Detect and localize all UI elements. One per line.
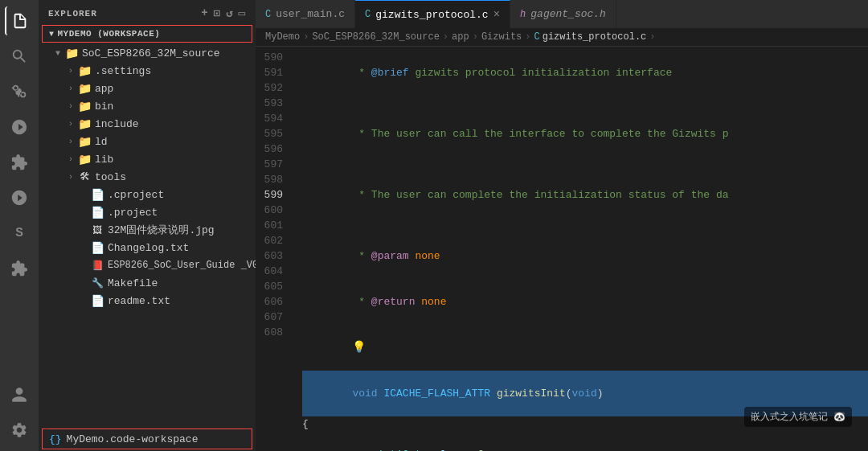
extensions-icon[interactable] <box>5 148 34 177</box>
code-line-590: * @brief gizwits protocol initialization… <box>302 50 868 96</box>
tree-item-readme[interactable]: 📄 readme.txt <box>39 292 256 310</box>
tree-item-app[interactable]: › 📁 app <box>39 80 256 97</box>
lightbulb-icon: 💡 <box>352 341 366 354</box>
tree-item-bin[interactable]: › 📁 bin <box>39 97 256 115</box>
breadcrumb-file[interactable]: Cgizwits_protocol.c <box>534 31 647 43</box>
app-folder-label: app <box>95 83 113 95</box>
line-num-595: 595 <box>256 126 283 141</box>
tree-item-lib[interactable]: › 📁 lib <box>39 150 256 168</box>
code-line-593 <box>302 157 868 172</box>
tree-item-tools[interactable]: › 🛠 tools <box>39 168 256 186</box>
code-editor: 590 591 592 593 594 595 596 597 598 599 … <box>256 47 868 451</box>
breadcrumb-app[interactable]: app <box>452 31 469 43</box>
collapse-icon[interactable]: ▭ <box>239 6 246 20</box>
sidebar-title-icons: + ⊡ ↺ ▭ <box>201 6 246 20</box>
activity-bar-bottom <box>5 380 34 451</box>
sidebar-title-label: EXPLORER <box>48 9 97 18</box>
ld-folder-icon: 📁 <box>77 135 92 149</box>
breadcrumb: MyDemo › SoC_ESP8266_32M_source › app › … <box>256 28 868 47</box>
makefile-file-label: Makefile <box>108 277 158 289</box>
line-numbers: 590 591 592 593 594 595 596 597 598 599 … <box>256 47 296 451</box>
plugin-icon[interactable] <box>5 254 34 283</box>
tree-item-include[interactable]: › 📁 include <box>39 115 256 133</box>
code-line-596: * @param none <box>302 233 868 279</box>
breadcrumb-sep5: › <box>649 31 655 43</box>
lib-folder-icon: 📁 <box>77 153 92 166</box>
workspace-file-label: MyDemo.code-workspace <box>67 433 199 445</box>
settings-folder-icon: 📁 <box>77 64 92 78</box>
cproject-file-icon: 📄 <box>90 188 104 202</box>
changelog-file-label: Changelog.txt <box>108 242 189 254</box>
line-num-604: 604 <box>256 264 283 279</box>
chevron-down-icon: ▼ <box>51 49 64 58</box>
tree-item-cproject[interactable]: 📄 .cproject <box>39 186 256 203</box>
jpg-file-label: 32M固件烧录说明.jpg <box>108 223 215 237</box>
breadcrumb-gizwits[interactable]: Gizwits <box>481 31 522 43</box>
tab-gizwits-protocol[interactable]: C gizwits_protocol.c × <box>355 0 510 28</box>
project-file-icon: 📄 <box>90 206 104 219</box>
breadcrumb-sep3: › <box>473 31 478 43</box>
tab-gizwits-label: gizwits_protocol.c <box>375 9 488 21</box>
source-control-icon[interactable] <box>5 77 34 106</box>
chevron-right-icon: › <box>64 155 77 164</box>
tab-bar: C user_main.c C gizwits_protocol.c × h g… <box>256 0 868 28</box>
chevron-right-icon: › <box>64 120 77 129</box>
breadcrumb-soc[interactable]: SoC_ESP8266_32M_source <box>312 31 439 43</box>
breadcrumb-sep2: › <box>443 31 448 43</box>
sidebar-header: EXPLORER + ⊡ ↺ ▭ <box>39 0 256 23</box>
workspace-header[interactable]: ▼ MYDEMO (WORKSPACE) <box>42 25 252 43</box>
file-tree: ▼ 📁 SoC_ESP8266_32M_source › 📁 .settings… <box>39 44 256 427</box>
search-icon[interactable] <box>5 42 34 71</box>
tab-user-main[interactable]: C user_main.c <box>256 0 355 28</box>
code-line-597: * @return none <box>302 279 868 325</box>
chevron-right-icon: › <box>64 137 77 146</box>
settings-folder-label: .settings <box>95 65 151 77</box>
code-line-598: 💡 <box>302 325 868 371</box>
tab-gagent-label: gagent_soc.h <box>530 8 606 20</box>
tree-item-ld[interactable]: › 📁 ld <box>39 133 256 150</box>
tree-item-settings[interactable]: › 📁 .settings <box>39 62 256 80</box>
changelog-file-icon: 📄 <box>90 241 104 255</box>
workspace-file-item[interactable]: {} MyDemo.code-workspace <box>42 428 252 449</box>
new-file-icon[interactable]: + <box>201 6 208 20</box>
new-folder-icon[interactable]: ⊡ <box>214 6 221 20</box>
c-file-icon: C <box>265 9 271 20</box>
app-folder-icon: 📁 <box>77 82 92 96</box>
breadcrumb-mydemo[interactable]: MyDemo <box>265 31 300 43</box>
tree-item-jpg[interactable]: 🖼 32M固件烧录说明.jpg <box>39 221 256 239</box>
code-content[interactable]: * @brief gizwits protocol initialization… <box>296 47 868 451</box>
code-line-600: { <box>302 416 868 432</box>
files-icon[interactable] <box>5 6 34 35</box>
line-num-601: 601 <box>256 218 283 233</box>
tree-item-changelog[interactable]: 📄 Changelog.txt <box>39 239 256 256</box>
workspace-file-icon: {} <box>49 433 62 445</box>
accounts-icon[interactable] <box>5 380 34 409</box>
tree-item-soc[interactable]: ▼ 📁 SoC_ESP8266_32M_source <box>39 44 256 62</box>
breadcrumb-sep4: › <box>525 31 530 43</box>
settings-icon[interactable] <box>5 416 34 445</box>
line-num-607: 607 <box>256 310 283 325</box>
tree-item-makefile[interactable]: 🔧 Makefile <box>39 274 256 292</box>
code-line-595 <box>302 218 868 233</box>
lib-folder-label: lib <box>95 154 113 166</box>
tools-folder-icon: 🛠 <box>77 171 92 183</box>
close-tab-icon[interactable]: × <box>493 8 500 21</box>
include-folder-icon: 📁 <box>77 117 92 131</box>
code-line-591 <box>302 96 868 111</box>
tree-item-project[interactable]: 📄 .project <box>39 203 256 221</box>
chat-icon[interactable]: S <box>5 219 34 248</box>
readme-file-icon: 📄 <box>90 294 104 308</box>
remote-icon[interactable] <box>5 183 34 212</box>
chevron-right-icon: › <box>64 173 77 182</box>
chevron-right-icon: › <box>64 102 77 111</box>
line-num-591: 591 <box>256 65 283 80</box>
project-file-label: .project <box>108 207 158 219</box>
tools-folder-label: tools <box>95 171 126 183</box>
tree-item-pdf[interactable]: 📕 ESP8266_SoC_User_Guide _V0.5.pdf <box>39 256 256 274</box>
line-num-594: 594 <box>256 111 283 126</box>
debug-icon[interactable] <box>5 113 34 141</box>
workspace-chevron: ▼ <box>49 30 55 39</box>
tab-gagent-soc[interactable]: h gagent_soc.h <box>510 0 616 28</box>
pdf-file-label: ESP8266_SoC_User_Guide _V0.5.pdf <box>108 260 256 271</box>
refresh-icon[interactable]: ↺ <box>226 6 233 20</box>
